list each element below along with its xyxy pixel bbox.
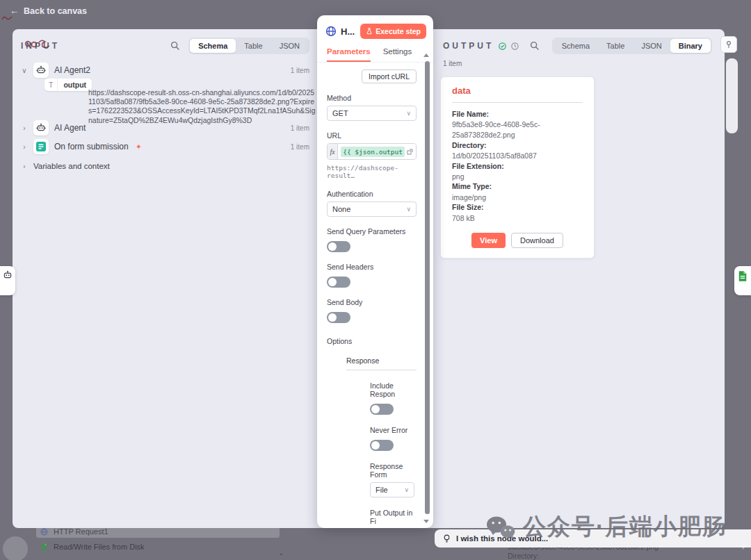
send-body-toggle[interactable] <box>327 312 350 323</box>
execute-step-button[interactable]: Execute step <box>360 24 426 39</box>
response-format-value: File <box>376 486 388 494</box>
import-curl-button[interactable]: Import cURL <box>362 69 417 83</box>
tree-row-variables[interactable]: › Variables and context <box>21 158 309 174</box>
chevron-down-icon[interactable]: ∨ <box>21 67 28 74</box>
url-label: URL <box>327 131 417 140</box>
url-resolved-hint: https://dashscope-result… <box>327 164 417 179</box>
toggle-knob <box>328 242 337 251</box>
authentication-value: None <box>332 205 350 213</box>
url-expression-input[interactable]: fx {{ $json.output <box>327 143 417 160</box>
method-label: Method <box>327 94 417 102</box>
input-node-stub[interactable] <box>0 266 15 295</box>
tree-label-form-submission: On form submission <box>54 142 129 151</box>
scrollbar-thumb[interactable] <box>425 61 430 514</box>
help-bubble <box>3 536 28 560</box>
parameters-form: Import cURL Method GET ∨ URL fx {{ $json… <box>317 63 433 528</box>
back-to-canvas-button[interactable]: ← Back to canvas <box>10 6 87 16</box>
success-check-icon <box>499 42 506 51</box>
authentication-select[interactable]: None ∨ <box>327 201 417 217</box>
search-icon <box>170 41 180 51</box>
tree-label-ai-agent: AI Agent <box>54 123 86 133</box>
include-response-toggle[interactable] <box>370 404 394 415</box>
search-icon <box>530 41 540 51</box>
scrollbar-up-arrow[interactable] <box>423 53 429 57</box>
background-node-http: HTTP Request1 <box>40 527 108 536</box>
file-icon <box>737 270 748 282</box>
fx-icon[interactable]: fx <box>328 144 338 159</box>
output-panel: OUTPUT Schema Table JSON Bi <box>435 29 725 528</box>
http-globe-icon <box>325 26 337 37</box>
output-tab-binary[interactable]: Binary <box>670 39 711 53</box>
execute-step-label: Execute step <box>376 27 421 35</box>
string-type-icon: T <box>45 79 58 91</box>
execution-time-icon <box>511 42 519 51</box>
pin-data-button[interactable] <box>720 36 737 53</box>
chevron-down-icon: ∨ <box>406 206 411 213</box>
response-format-select[interactable]: File ∨ <box>370 482 414 497</box>
node-tabs: Parameters Settings <box>317 39 433 63</box>
toggle-knob <box>371 405 380 413</box>
globe-icon <box>40 528 48 536</box>
output-tab-json[interactable]: JSON <box>633 39 670 53</box>
output-field-value[interactable]: https://dashscope-result-sh.oss-cn-shang… <box>88 88 316 125</box>
robot-icon <box>36 65 46 75</box>
watermark-text: 公众号·后端小肥肠 <box>523 511 727 543</box>
view-button[interactable]: View <box>471 233 506 248</box>
output-search-button[interactable] <box>528 38 542 53</box>
tab-settings[interactable]: Settings <box>383 47 412 62</box>
input-tab-table[interactable]: Table <box>236 39 270 53</box>
tree-row-ai-agent[interactable]: › AI Agent 1 item <box>21 120 309 135</box>
next-node-stub[interactable] <box>734 266 751 295</box>
edge-panel-strip <box>726 58 738 133</box>
tree-row-form-submission[interactable]: › On form submission ✦ 1 item <box>21 139 309 154</box>
ai-agent-icon-box <box>33 120 49 135</box>
wechat-icon <box>485 515 516 540</box>
robot-icon <box>36 123 46 133</box>
sparkle-icon: ✦ <box>136 142 142 151</box>
scrollbar-down-arrow[interactable] <box>423 520 429 523</box>
tree-label-variables: Variables and context <box>33 162 110 170</box>
file-extension-label: File Extension: <box>452 161 583 172</box>
send-headers-toggle[interactable] <box>327 277 350 288</box>
chevron-down-icon: ∨ <box>406 110 411 117</box>
ai-agent2-count: 1 item <box>291 67 309 74</box>
chevron-right-icon[interactable]: › <box>21 163 28 170</box>
input-panel: INPUT Schema Table JSON ∨ <box>13 29 317 528</box>
tree-row-ai-agent2[interactable]: ∨ AI Agent2 1 item <box>21 63 309 78</box>
output-view-tabs: Schema Table JSON Binary <box>552 38 712 54</box>
expand-expression-icon[interactable] <box>407 149 413 155</box>
method-select[interactable]: GET ∨ <box>327 106 417 121</box>
toggle-knob <box>371 441 380 450</box>
chevron-right-icon[interactable]: › <box>21 124 28 132</box>
form-submission-icon-box <box>33 139 49 154</box>
output-field-pill[interactable]: T output <box>45 79 92 91</box>
output-tab-table[interactable]: Table <box>598 39 633 53</box>
form-icon <box>36 142 46 151</box>
output-title: OUTPUT <box>443 41 494 51</box>
send-body-label: Send Body <box>327 298 417 306</box>
node-settings-panel: H... Execute step Parameters Settings Im… <box>317 15 433 528</box>
input-search-button[interactable] <box>168 38 183 53</box>
background-node-http-label: HTTP Request1 <box>54 527 108 536</box>
never-error-label: Never Error <box>370 426 417 434</box>
watermark-scribble <box>1 14 13 22</box>
output-tab-schema[interactable]: Schema <box>554 39 598 53</box>
tree-label-ai-agent2: AI Agent2 <box>54 65 90 75</box>
form-submission-count: 1 item <box>291 143 309 151</box>
download-button[interactable]: Download <box>511 233 563 248</box>
input-tab-json[interactable]: JSON <box>271 39 308 53</box>
file-extension-value: png <box>452 172 583 182</box>
authentication-label: Authentication <box>327 190 417 198</box>
flask-icon <box>366 28 373 35</box>
node-title: H... <box>341 26 356 37</box>
chevron-right-icon[interactable]: › <box>21 143 28 151</box>
send-query-toggle[interactable] <box>327 241 350 252</box>
method-value: GET <box>332 109 348 117</box>
input-tab-schema[interactable]: Schema <box>190 39 236 53</box>
file-size-value: 708 kB <box>452 213 583 224</box>
pin-icon <box>725 40 733 49</box>
toggle-knob <box>328 313 337 322</box>
options-label: Options <box>327 337 417 345</box>
tab-parameters[interactable]: Parameters <box>327 47 371 62</box>
never-error-toggle[interactable] <box>370 440 394 451</box>
